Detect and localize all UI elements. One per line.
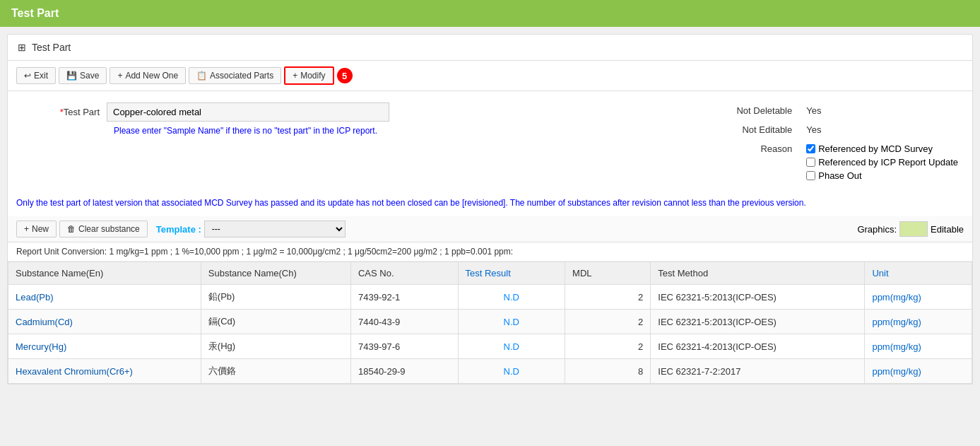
cell-mdl: 2 bbox=[565, 310, 651, 334]
test-part-row: *Test Part bbox=[22, 102, 707, 122]
form-left: *Test Part Please enter "Sample Name" if… bbox=[22, 102, 707, 141]
form-upper: *Test Part Please enter "Sample Name" if… bbox=[22, 102, 958, 181]
form-right: Not Deletable Yes Not Editable Yes Reaso… bbox=[707, 102, 958, 181]
associated-parts-button[interactable]: 📋 Associated Parts bbox=[189, 67, 281, 84]
conversion-text: Report Unit Conversion: 1 mg/kg=1 ppm ; … bbox=[8, 242, 972, 262]
cell-test-result: N.D bbox=[458, 334, 565, 359]
panel-header: ⊞ Test Part bbox=[8, 35, 972, 61]
table-row: Cadmium(Cd) 鎘(Cd) 7440-43-9 N.D 2 IEC 62… bbox=[8, 310, 972, 334]
substance-table: Substance Name(En) Substance Name(Ch) CA… bbox=[8, 262, 972, 384]
th-substance-en: Substance Name(En) bbox=[8, 262, 201, 285]
not-editable-label: Not Editable bbox=[736, 124, 799, 135]
cell-test-result: N.D bbox=[458, 310, 565, 334]
cell-substance-en: Cadmium(Cd) bbox=[8, 310, 201, 334]
main-container: ⊞ Test Part ↩ Exit 💾 Save + Add New One … bbox=[7, 34, 973, 385]
cell-mdl: 2 bbox=[565, 285, 651, 310]
cell-unit: ppm(mg/kg) bbox=[865, 285, 972, 310]
th-test-method: Test Method bbox=[651, 262, 865, 285]
test-part-label: *Test Part bbox=[22, 102, 107, 117]
th-substance-ch: Substance Name(Ch) bbox=[201, 262, 350, 285]
reason-icp-label: Referenced by ICP Report Update bbox=[818, 157, 958, 168]
not-deletable-value: Yes bbox=[806, 105, 821, 116]
reason-phaseout-checkbox[interactable] bbox=[806, 171, 815, 180]
table-header-row: Substance Name(En) Substance Name(Ch) CA… bbox=[8, 262, 972, 285]
reason-phaseout-label: Phase Out bbox=[818, 170, 861, 181]
cell-cas: 7439-97-6 bbox=[350, 334, 458, 359]
associated-parts-icon: 📋 bbox=[196, 71, 207, 81]
table-row: Mercury(Hg) 汞(Hg) 7439-97-6 N.D 2 IEC 62… bbox=[8, 334, 972, 359]
th-mdl: MDL bbox=[565, 262, 651, 285]
cell-unit: ppm(mg/kg) bbox=[865, 310, 972, 334]
add-icon: + bbox=[117, 71, 122, 81]
form-section: *Test Part Please enter "Sample Name" if… bbox=[8, 91, 972, 192]
exit-icon: ↩ bbox=[24, 71, 31, 81]
panel-header-icon: ⊞ bbox=[18, 42, 26, 53]
save-button[interactable]: 💾 Save bbox=[59, 67, 107, 84]
panel-header-text: Test Part bbox=[32, 42, 71, 53]
reason-checkboxes: Referenced by MCD Survey Referenced by I… bbox=[806, 143, 958, 181]
hint-text: Please enter "Sample Name" if there is n… bbox=[114, 126, 707, 136]
required-star: * bbox=[60, 107, 64, 117]
right-rows: Not Deletable Yes Not Editable Yes Reaso… bbox=[707, 105, 958, 181]
new-plus-icon: + bbox=[24, 224, 29, 234]
cell-cas: 18540-29-9 bbox=[350, 359, 458, 384]
cell-cas: 7440-43-9 bbox=[350, 310, 458, 334]
cell-substance-en: Mercury(Hg) bbox=[8, 334, 201, 359]
cell-mdl: 2 bbox=[565, 334, 651, 359]
cell-substance-ch: 汞(Hg) bbox=[201, 334, 350, 359]
template-label: Template : bbox=[156, 224, 201, 235]
clear-substance-button[interactable]: 🗑 Clear substance bbox=[59, 221, 148, 237]
graphics-section: Graphics: Editable bbox=[857, 221, 964, 237]
add-new-one-button[interactable]: + Add New One bbox=[110, 67, 186, 84]
test-part-input[interactable] bbox=[107, 102, 389, 122]
notice-text: Only the test part of latest version tha… bbox=[8, 192, 972, 216]
reason-row: Reason Referenced by MCD Survey Referenc… bbox=[736, 143, 958, 181]
cell-test-method: IEC 62321-7-2:2017 bbox=[651, 359, 865, 384]
reason-phaseout-row: Phase Out bbox=[806, 170, 958, 181]
th-test-result: Test Result bbox=[458, 262, 565, 285]
reason-label: Reason bbox=[736, 143, 799, 154]
cell-substance-en: Lead(Pb) bbox=[8, 285, 201, 310]
cell-mdl: 8 bbox=[565, 359, 651, 384]
cell-test-result: N.D bbox=[458, 359, 565, 384]
reason-mcd-checkbox[interactable] bbox=[806, 144, 815, 153]
save-icon: 💾 bbox=[66, 71, 77, 81]
table-row: Hexavalent Chromium(Cr6+) 六價鉻 18540-29-9… bbox=[8, 359, 972, 384]
cell-test-result: N.D bbox=[458, 285, 565, 310]
cell-substance-ch: 六價鉻 bbox=[201, 359, 350, 384]
th-unit: Unit bbox=[865, 262, 972, 285]
cell-cas: 7439-92-1 bbox=[350, 285, 458, 310]
cell-test-method: IEC 62321-5:2013(ICP-OES) bbox=[651, 310, 865, 334]
graphics-label: Graphics: bbox=[857, 224, 897, 235]
substance-toolbar: + New 🗑 Clear substance Template : --- G… bbox=[8, 216, 972, 242]
reason-mcd-row: Referenced by MCD Survey bbox=[806, 143, 958, 154]
modify-button[interactable]: + Modify bbox=[284, 66, 333, 85]
not-deletable-label: Not Deletable bbox=[736, 105, 799, 116]
not-editable-row: Not Editable Yes bbox=[736, 124, 958, 135]
cell-unit: ppm(mg/kg) bbox=[865, 359, 972, 384]
title-bar: Test Part bbox=[0, 0, 980, 27]
not-editable-value: Yes bbox=[806, 124, 821, 135]
modify-icon: + bbox=[293, 71, 297, 81]
not-deletable-row: Not Deletable Yes bbox=[736, 105, 958, 116]
reason-mcd-label: Referenced by MCD Survey bbox=[818, 143, 933, 154]
cell-substance-en: Hexavalent Chromium(Cr6+) bbox=[8, 359, 201, 384]
table-row: Lead(Pb) 鉛(Pb) 7439-92-1 N.D 2 IEC 62321… bbox=[8, 285, 972, 310]
template-select[interactable]: --- bbox=[204, 221, 346, 237]
reason-icp-checkbox[interactable] bbox=[806, 158, 815, 167]
toolbar: ↩ Exit 💾 Save + Add New One 📋 Associated… bbox=[8, 61, 972, 91]
th-cas: CAS No. bbox=[350, 262, 458, 285]
editable-label: Editable bbox=[931, 224, 964, 235]
new-button[interactable]: + New bbox=[16, 221, 57, 237]
step-badge: 5 bbox=[337, 68, 353, 83]
title-text: Test Part bbox=[11, 7, 59, 19]
cell-substance-ch: 鎘(Cd) bbox=[201, 310, 350, 334]
graphics-color-box bbox=[899, 221, 928, 237]
cell-test-method: IEC 62321-5:2013(ICP-OES) bbox=[651, 285, 865, 310]
reason-icp-row: Referenced by ICP Report Update bbox=[806, 157, 958, 168]
exit-button[interactable]: ↩ Exit bbox=[16, 67, 56, 84]
trash-icon: 🗑 bbox=[67, 224, 76, 234]
cell-unit: ppm(mg/kg) bbox=[865, 334, 972, 359]
cell-substance-ch: 鉛(Pb) bbox=[201, 285, 350, 310]
cell-test-method: IEC 62321-4:2013(ICP-OES) bbox=[651, 334, 865, 359]
